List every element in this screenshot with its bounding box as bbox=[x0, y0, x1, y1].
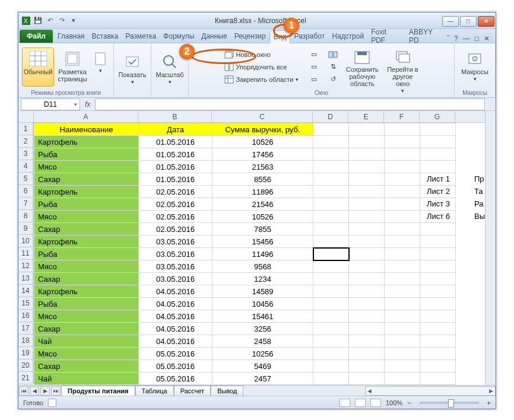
cell[interactable] bbox=[420, 161, 456, 173]
grid-body[interactable]: НаименованиеДатаСумма выручки, руб.Карто… bbox=[34, 123, 485, 385]
cell[interactable]: Картофель bbox=[34, 285, 139, 298]
sheet-nav-last[interactable]: ⏭ bbox=[51, 386, 61, 396]
cell[interactable]: 10526 bbox=[212, 211, 313, 223]
cell[interactable]: 01.05.2016 bbox=[139, 161, 212, 173]
tab-data[interactable]: Данные bbox=[198, 30, 230, 43]
cell[interactable]: Сахар bbox=[34, 323, 139, 335]
cell[interactable] bbox=[349, 348, 385, 360]
cell[interactable] bbox=[420, 248, 456, 260]
cell[interactable] bbox=[349, 173, 385, 186]
tab-developer[interactable]: Разработ bbox=[290, 30, 328, 43]
cell[interactable]: 04.05.2016 bbox=[139, 298, 212, 310]
cell[interactable]: 01.05.2016 bbox=[139, 148, 212, 161]
cell[interactable] bbox=[313, 236, 349, 248]
cell[interactable]: Рыба bbox=[34, 198, 139, 211]
cell[interactable]: Сахар bbox=[34, 223, 139, 236]
cell[interactable] bbox=[313, 360, 349, 373]
cell[interactable] bbox=[313, 285, 349, 298]
row-header[interactable]: 9 bbox=[18, 222, 33, 235]
reset-pos-button[interactable]: ↺ bbox=[326, 74, 340, 85]
cell[interactable] bbox=[385, 310, 420, 323]
tab-layout[interactable]: Разметка bbox=[122, 30, 160, 43]
close-button[interactable]: ✕ bbox=[478, 16, 494, 27]
cell[interactable] bbox=[385, 335, 420, 348]
zoom-in-button[interactable]: + bbox=[487, 399, 491, 406]
cell[interactable] bbox=[349, 186, 385, 198]
maximize-button[interactable]: □ bbox=[460, 16, 477, 27]
cell[interactable]: Дата bbox=[139, 123, 212, 136]
cell[interactable]: 9568 bbox=[212, 260, 313, 273]
row-header[interactable]: 19 bbox=[18, 347, 33, 359]
cell[interactable]: Рыба bbox=[34, 248, 139, 260]
cell[interactable]: Картофель bbox=[34, 186, 139, 198]
cell[interactable]: 01.05.2016 bbox=[139, 136, 212, 148]
cell[interactable] bbox=[420, 223, 456, 236]
doc-restore-icon[interactable]: □ bbox=[475, 34, 479, 43]
col-header-B[interactable]: B bbox=[138, 111, 212, 122]
col-header-F[interactable]: F bbox=[384, 111, 420, 122]
cell[interactable] bbox=[349, 323, 385, 335]
cell[interactable] bbox=[420, 360, 456, 373]
cell[interactable] bbox=[385, 323, 420, 335]
cell[interactable] bbox=[385, 223, 420, 236]
cell[interactable]: Сахар bbox=[34, 273, 139, 285]
cell[interactable]: 10256 bbox=[212, 348, 313, 360]
sheet-tab[interactable]: Вывод bbox=[211, 386, 243, 396]
normal-view-button[interactable]: Обычный bbox=[22, 47, 54, 87]
cell[interactable] bbox=[313, 161, 349, 173]
zoom-out-button[interactable]: − bbox=[407, 399, 411, 406]
sheet-tab[interactable]: Продукты питания bbox=[61, 386, 135, 396]
cell[interactable]: Сахар bbox=[34, 173, 139, 186]
cell[interactable] bbox=[385, 161, 420, 173]
split-button[interactable]: ▭ bbox=[307, 49, 321, 61]
row-header[interactable]: 18 bbox=[18, 335, 33, 347]
cell[interactable]: 02.05.2016 bbox=[139, 211, 212, 223]
vertical-scrollbar[interactable] bbox=[485, 111, 496, 385]
cell[interactable] bbox=[313, 123, 349, 136]
tab-file[interactable]: Файл bbox=[20, 30, 53, 43]
cell[interactable] bbox=[313, 223, 349, 236]
hide-button[interactable]: ▭ bbox=[307, 61, 321, 73]
row-header[interactable]: 3 bbox=[18, 148, 33, 160]
cell[interactable]: 14589 bbox=[212, 285, 313, 298]
tab-formulas[interactable]: Формулы bbox=[160, 30, 198, 43]
cell[interactable] bbox=[349, 285, 385, 298]
cell[interactable] bbox=[349, 211, 385, 223]
cell[interactable] bbox=[349, 161, 385, 173]
cell[interactable] bbox=[313, 298, 349, 310]
show-button[interactable]: Показать ▾ bbox=[118, 50, 147, 90]
row-header[interactable]: 7 bbox=[18, 198, 33, 210]
view-normal-icon[interactable] bbox=[340, 399, 350, 407]
cell[interactable] bbox=[420, 236, 456, 248]
row-header[interactable]: 15 bbox=[18, 297, 33, 310]
cell[interactable]: 7855 bbox=[212, 223, 313, 236]
cell[interactable]: 01.05.2016 bbox=[139, 173, 212, 186]
fx-icon[interactable]: fx bbox=[85, 100, 90, 109]
cell[interactable] bbox=[349, 123, 385, 136]
save-icon[interactable]: 💾 bbox=[33, 15, 43, 26]
freeze-panes-button[interactable]: Закрепить области ▾ bbox=[222, 74, 302, 85]
cell[interactable] bbox=[420, 273, 456, 285]
cell[interactable]: Мясо bbox=[34, 211, 139, 223]
sheet-nav-next[interactable]: ▶ bbox=[40, 386, 50, 396]
cell[interactable] bbox=[385, 285, 420, 298]
view-pagebreak-icon[interactable] bbox=[370, 399, 381, 407]
tab-review[interactable]: Рецензир bbox=[231, 30, 269, 43]
row-header[interactable]: 16 bbox=[18, 310, 33, 322]
cell[interactable]: 05.05.2016 bbox=[139, 373, 212, 385]
cell[interactable]: 21546 bbox=[212, 198, 313, 211]
cell[interactable] bbox=[385, 198, 420, 211]
cell[interactable] bbox=[349, 260, 385, 273]
sheet-tab[interactable]: Таблица bbox=[135, 386, 174, 396]
cell[interactable] bbox=[313, 136, 349, 148]
horizontal-scrollbar[interactable]: ◀ ▶ bbox=[365, 386, 496, 396]
cell[interactable]: 02.05.2016 bbox=[139, 223, 212, 236]
ribbon-minimize-icon[interactable]: ˇ bbox=[447, 34, 449, 43]
cell[interactable] bbox=[313, 211, 349, 223]
cell[interactable] bbox=[420, 310, 456, 323]
cell[interactable] bbox=[385, 173, 420, 186]
row-header[interactable]: 20 bbox=[18, 359, 33, 372]
cell[interactable] bbox=[313, 348, 349, 360]
cell[interactable]: 05.05.2016 bbox=[139, 360, 212, 373]
cell[interactable]: Мясо bbox=[34, 348, 139, 360]
